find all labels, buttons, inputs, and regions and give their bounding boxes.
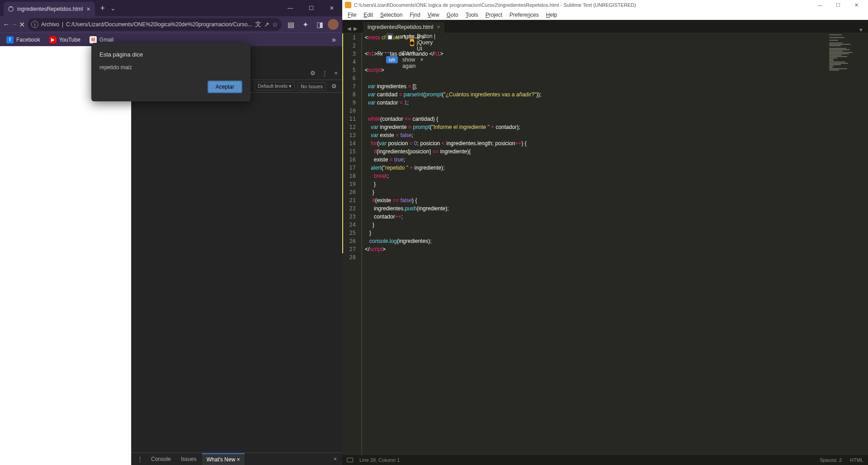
site-info-icon[interactable]: i (31, 21, 38, 28)
reading-list-icon[interactable]: ▤ (284, 18, 298, 31)
menu-help[interactable]: Help (542, 11, 561, 19)
bookmark-facebook[interactable]: f Facebook (3, 35, 44, 45)
profile-avatar[interactable] (328, 19, 339, 30)
close-icon[interactable]: × (237, 456, 240, 463)
panel-switcher-icon[interactable] (347, 458, 353, 462)
modified-marker (342, 33, 343, 253)
line-number: 22 (342, 204, 361, 213)
line-number: 8 (342, 90, 361, 99)
bookmark-label: Gmail (99, 37, 113, 43)
devtools-close-icon[interactable]: × (331, 70, 340, 76)
folder-icon: ▦ (386, 33, 393, 40)
bookmark-label: Facebook (16, 37, 40, 43)
side-panel-icon[interactable]: ◨ (313, 18, 327, 31)
line-gutter: 1234567891011121314151617181920212223242… (342, 33, 362, 455)
devtools-settings-icon[interactable]: ⚙ (307, 70, 318, 76)
back-button[interactable]: ← (3, 18, 10, 31)
bookmark-label: YouTube (59, 37, 80, 43)
line-number: 3 (342, 50, 361, 58)
nav-forward-icon[interactable]: ▶ (352, 25, 359, 33)
drawer-tab-whatsnew[interactable]: What's New × (202, 453, 245, 465)
tab-search-icon[interactable]: ⌄ (110, 5, 116, 12)
minimap[interactable] (827, 33, 868, 455)
close-tab-icon[interactable]: × (437, 24, 440, 30)
page-viewport (0, 46, 131, 465)
url-prefix: Archivo (41, 21, 59, 28)
stop-reload-button[interactable]: ✕ (19, 18, 25, 31)
facebook-icon: f (6, 36, 14, 43)
close-window-button[interactable]: ✕ (847, 0, 865, 10)
close-window-button[interactable]: ✕ (321, 0, 342, 16)
bookmark-label: Button | jQuery UI (417, 33, 436, 52)
translate-icon[interactable]: 文 (255, 20, 261, 28)
line-number: 19 (342, 180, 361, 188)
menu-file[interactable]: File (344, 11, 360, 19)
line-number: 25 (342, 229, 361, 237)
menu-preferences[interactable]: Preferences (506, 11, 542, 19)
window-controls: — ☐ ✕ (811, 0, 865, 10)
bookmark-youtube[interactable]: ▶ YouTube (46, 35, 84, 45)
line-number: 4 (342, 58, 361, 66)
js-alert-dialog: Esta página dice repetido maiz Aceptar (91, 43, 250, 101)
minimize-button[interactable]: — (280, 0, 301, 16)
console-settings-icon[interactable]: ⚙ (329, 83, 340, 90)
line-number: 2 (342, 42, 361, 50)
close-tab-icon[interactable]: × (86, 5, 90, 13)
address-bar[interactable]: i Archivo | C:/Users/Lizard/Documents/ON… (28, 18, 282, 31)
console-output[interactable] (132, 93, 342, 452)
translate-close-icon[interactable]: × (420, 57, 423, 63)
menu-selection[interactable]: Selection (377, 11, 406, 19)
sublime-tabbar: ◀ ▶ ingredientesRepetidos.html × ▼ (342, 20, 868, 33)
line-number: 5 (342, 66, 361, 74)
menu-tools[interactable]: Tools (462, 11, 482, 19)
drawer-tab-issues[interactable]: Issues (176, 454, 201, 465)
line-number: 23 (342, 213, 361, 221)
alert-accept-button[interactable]: Aceptar (208, 81, 242, 93)
menu-view[interactable]: View (424, 11, 443, 19)
browser-tab[interactable]: ingredientesRepetidos.html × (4, 2, 95, 16)
line-number: 28 (342, 253, 361, 261)
editor-tab[interactable]: ingredientesRepetidos.html × (363, 22, 444, 33)
extensions-icon[interactable]: ✦ (299, 18, 312, 31)
loading-spinner-icon (8, 6, 14, 12)
menu-edit[interactable]: Edit (360, 11, 377, 19)
line-number: 11 (342, 115, 361, 123)
line-number: 14 (342, 139, 361, 147)
gmail-icon: M (90, 36, 97, 43)
sublime-logo-icon (345, 2, 351, 8)
code-area[interactable]: <meta charset="UTF-8"> <h1>Recetas de Ar… (362, 33, 827, 455)
sublime-statusbar: Line 28, Column 1 Spaces: 2 HTML (342, 455, 868, 465)
issues-counter[interactable]: No Issues (297, 82, 326, 90)
line-number: 13 (342, 131, 361, 139)
url-text: C:/Users/Lizard/Documents/ONE%20logica%2… (66, 21, 252, 28)
translate-dont-show[interactable]: Don't show again (402, 50, 415, 69)
share-icon[interactable]: ↗ (264, 21, 269, 28)
tab-dropdown-icon[interactable]: ▼ (856, 27, 866, 33)
minimize-button[interactable]: — (811, 0, 829, 10)
drawer-close-icon[interactable]: × (331, 456, 340, 462)
maximize-button[interactable]: ☐ (301, 0, 321, 16)
sublime-titlebar: C:\Users\Lizard\Documents\ONE logica de … (342, 0, 868, 10)
drawer-tab-console[interactable]: Console (146, 454, 175, 465)
maximize-button[interactable]: ☐ (829, 0, 847, 10)
forward-button[interactable]: → (11, 18, 18, 31)
new-tab-button[interactable]: + (95, 4, 111, 13)
bookmarks-overflow-icon[interactable]: » (328, 36, 340, 44)
menu-project[interactable]: Project (482, 11, 506, 19)
bookmark-star-icon[interactable]: ☆ (272, 21, 278, 28)
translate-bar: ish Don't show again × (382, 53, 390, 66)
line-number: 27 (342, 245, 361, 253)
line-number: 21 (342, 196, 361, 204)
nav-back-icon[interactable]: ◀ (346, 25, 352, 33)
line-number: 17 (342, 164, 361, 172)
syntax-selector[interactable]: HTML (850, 457, 863, 463)
sublime-text: C:\Users\Lizard\Documents\ONE logica de … (342, 0, 868, 465)
drawer-menu-icon[interactable]: ⋮ (134, 456, 146, 462)
indentation-selector[interactable]: Spaces: 2 (820, 457, 842, 463)
menu-find[interactable]: Find (406, 11, 424, 19)
log-levels-selector[interactable]: Default levels ▾ (255, 82, 295, 90)
menu-goto[interactable]: Goto (443, 11, 462, 19)
translate-lang-badge[interactable]: ish (386, 56, 398, 63)
devtools-menu-icon[interactable]: ⋮ (319, 70, 330, 76)
youtube-icon: ▶ (49, 36, 57, 43)
